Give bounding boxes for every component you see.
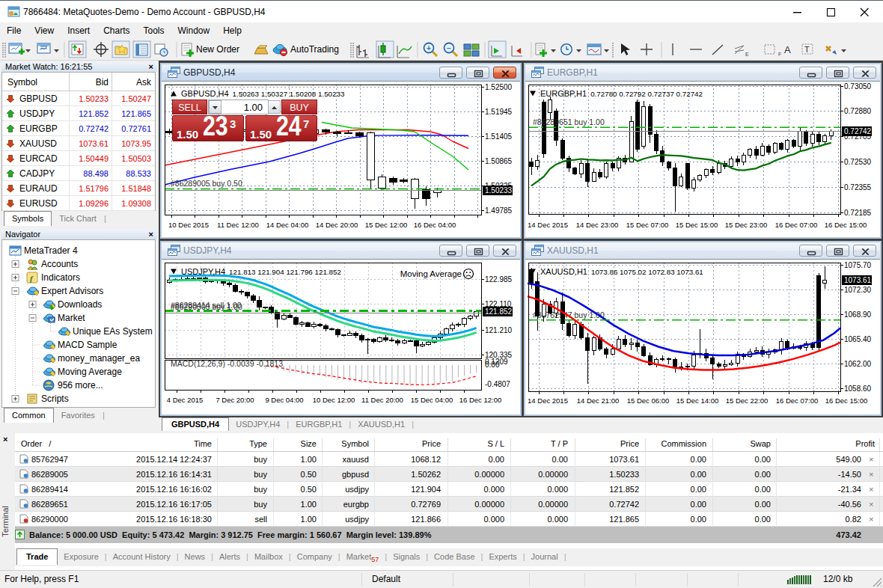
svg-text:T: T <box>804 45 810 54</box>
svg-text:0.72355: 0.72355 <box>844 183 872 192</box>
svg-text:EURGBP,H10.72780 0.72792 0.727: EURGBP,H10.72780 0.72792 0.72737 0.72742 <box>540 89 703 98</box>
svg-text:Unique EAs System 05: Unique EAs System 05 <box>73 326 156 337</box>
svg-text:1058.60: 1058.60 <box>844 385 872 393</box>
svg-text:16 Dec 07:00: 16 Dec 07:00 <box>776 396 819 405</box>
svg-text:16 Dec 12:00: 16 Dec 12:00 <box>459 396 502 404</box>
svg-text:MACD(12,26,9) -0.0039 -0.1813: MACD(12,26,9) -0.0039 -0.1813 <box>171 359 283 368</box>
svg-text:Downloads: Downloads <box>58 299 102 310</box>
svg-text:XAUUSD,H11073.86 1075.02 1072.: XAUUSD,H11073.86 1075.02 1072.83 1073.61 <box>540 267 703 276</box>
svg-text:#86289651 buy 1.00: #86289651 buy 1.00 <box>533 117 605 126</box>
svg-text:1062.00: 1062.00 <box>844 360 872 368</box>
svg-text:USDJPY,H4121.813 121.904 121.7: USDJPY,H4121.813 121.904 121.796 121.852 <box>181 267 341 276</box>
svg-text:10 Dec 12:00: 10 Dec 12:00 <box>313 396 355 404</box>
svg-text:0.72530: 0.72530 <box>844 158 872 166</box>
svg-text:0.73050: 0.73050 <box>844 82 872 91</box>
svg-text:+: + <box>427 44 431 52</box>
svg-text:7 Dec 20:00: 7 Dec 20:00 <box>216 396 254 404</box>
svg-text:Moving Average: Moving Average <box>58 367 122 377</box>
svg-text:16 Dec 15:00: 16 Dec 15:00 <box>825 221 867 229</box>
svg-text:Expert Advisors: Expert Advisors <box>41 286 103 296</box>
svg-text:1068.90: 1068.90 <box>844 310 872 319</box>
svg-text:15 Dec 22:00: 15 Dec 22:00 <box>726 396 769 405</box>
svg-text:14 Dec 21:00: 14 Dec 21:00 <box>577 396 620 405</box>
svg-text:16 Dec 07:00: 16 Dec 07:00 <box>775 221 818 229</box>
svg-text:1.50865: 1.50865 <box>485 157 513 165</box>
svg-text:0.72880: 0.72880 <box>844 107 872 115</box>
svg-text:E: E <box>745 52 749 57</box>
svg-text:1.51945: 1.51945 <box>485 108 513 116</box>
svg-text:14 Dec 04:00: 14 Dec 04:00 <box>266 221 309 229</box>
svg-text:15 Dec 23:00: 15 Dec 23:00 <box>725 221 768 229</box>
svg-text:14 Dec 23:00: 14 Dec 23:00 <box>576 221 619 229</box>
svg-text:1073.61: 1073.61 <box>844 276 872 284</box>
svg-text:1.50233: 1.50233 <box>485 186 513 195</box>
svg-text:0.72742: 0.72742 <box>844 127 872 135</box>
svg-text:1.52500: 1.52500 <box>485 83 513 91</box>
svg-text:14 Dec 2015: 14 Dec 2015 <box>528 221 568 229</box>
svg-text:Scripts: Scripts <box>41 393 69 404</box>
svg-text:0.00: 0.00 <box>485 361 500 369</box>
svg-text:money_manager_ea: money_manager_ea <box>58 353 140 364</box>
svg-text:AutoTrading: AutoTrading <box>290 44 339 55</box>
svg-text:1072.30: 1072.30 <box>844 286 872 294</box>
svg-text:#86289005 buy 0.50: #86289005 buy 0.50 <box>171 179 242 188</box>
svg-text:10 Dec 2015: 10 Dec 2015 <box>168 221 209 229</box>
svg-text:16 Dec 15:00: 16 Dec 15:00 <box>825 396 868 405</box>
svg-text:MACD Sample: MACD Sample <box>58 340 117 350</box>
svg-text:Market: Market <box>58 313 85 323</box>
svg-text:0.72185: 0.72185 <box>844 209 872 217</box>
svg-text:Indicators: Indicators <box>41 272 80 283</box>
svg-text:121.852: 121.852 <box>485 307 513 316</box>
svg-text:1.49785: 1.49785 <box>485 206 513 215</box>
svg-text:15 Dec 07:00: 15 Dec 07:00 <box>626 221 669 229</box>
svg-text:-0.4807: -0.4807 <box>485 380 510 388</box>
svg-text:15 Dec 12:00: 15 Dec 12:00 <box>365 221 408 229</box>
svg-text:14 Dec 20:00: 14 Dec 20:00 <box>316 221 358 229</box>
svg-text:−: − <box>447 44 451 52</box>
svg-text:1075.70: 1075.70 <box>844 261 872 269</box>
svg-text:MetaTrader 4: MetaTrader 4 <box>24 245 78 256</box>
svg-text:121.210: 121.210 <box>485 326 513 334</box>
svg-text:1065.40: 1065.40 <box>844 335 872 343</box>
svg-text:122.985: 122.985 <box>485 275 513 284</box>
svg-text:16 Dec 04:00: 16 Dec 04:00 <box>414 221 456 229</box>
svg-text:11 Dec 20:00: 11 Dec 20:00 <box>361 396 403 404</box>
svg-text:14 Dec 2015: 14 Dec 2015 <box>528 396 568 405</box>
svg-text:A: A <box>784 44 791 55</box>
svg-text:956 more...: 956 more... <box>58 380 103 391</box>
svg-text:11 Dec 12:00: 11 Dec 12:00 <box>217 221 259 229</box>
svg-text:Accounts: Accounts <box>41 259 78 269</box>
svg-text:15 Dec 04:00: 15 Dec 04:00 <box>411 396 453 404</box>
svg-text:15 Dec 15:00: 15 Dec 15:00 <box>676 221 718 229</box>
svg-text:15 Dec 06:00: 15 Dec 06:00 <box>627 396 670 405</box>
svg-text:Moving Average: Moving Average <box>400 269 462 278</box>
svg-text:F: F <box>778 52 781 57</box>
svg-text:9 Dec 04:00: 9 Dec 04:00 <box>265 396 303 404</box>
svg-text:4 Dec 2015: 4 Dec 2015 <box>167 396 204 404</box>
svg-text:GBPUSD,H41.50263 1.50327 1.502: GBPUSD,H41.50263 1.50327 1.50208 1.50233 <box>181 89 345 98</box>
svg-text:15 Dec 14:00: 15 Dec 14:00 <box>676 396 719 405</box>
svg-text:1.51405: 1.51405 <box>485 132 513 141</box>
svg-text:New Order: New Order <box>196 44 239 55</box>
